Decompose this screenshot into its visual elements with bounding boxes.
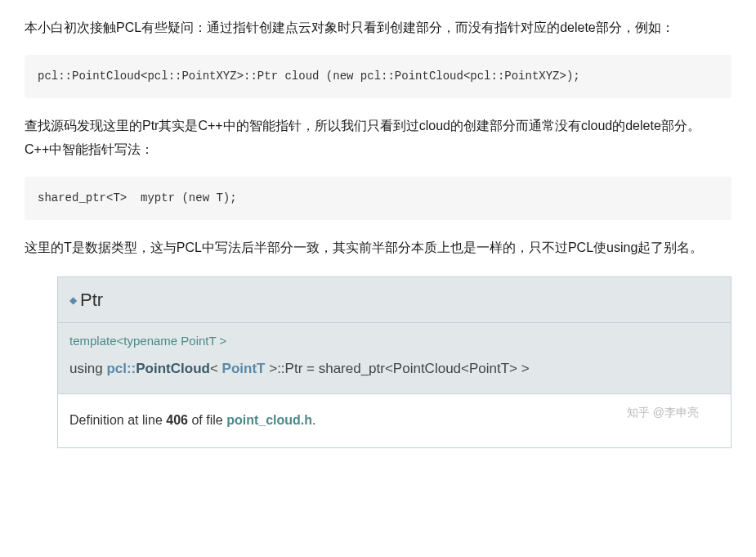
- doc-title: Ptr: [80, 290, 103, 310]
- def-suffix: .: [312, 413, 315, 427]
- ptr-suffix: ::Ptr: [277, 361, 302, 376]
- doc-definition-line: Definition at line 406 of file point_clo…: [58, 394, 731, 447]
- def-line-number[interactable]: 406: [166, 413, 188, 427]
- using-keyword: using: [69, 361, 106, 376]
- def-file-link[interactable]: point_cloud.h: [226, 413, 312, 427]
- angle-close: >: [265, 361, 277, 376]
- doc-using-line: using pcl::PointCloud< PointT >::Ptr = s…: [58, 353, 731, 394]
- doc-template-line: template<typename PointT >: [58, 323, 731, 353]
- class-link[interactable]: PointCloud: [136, 361, 210, 376]
- doc-snippet-box: ◆Ptr template<typename PointT > using pc…: [57, 276, 731, 448]
- bullet-icon: ◆: [69, 294, 77, 306]
- code-block-shared-ptr[interactable]: shared_ptr<T> myptr (new T);: [25, 177, 731, 220]
- angle-open: <: [210, 361, 222, 376]
- paragraph-smartptr: 查找源码发现这里的Ptr其实是C++中的智能指针，所以我们只看到过cloud的创…: [25, 115, 731, 162]
- namespace-link[interactable]: pcl::: [106, 361, 136, 376]
- def-mid: of file: [188, 413, 226, 427]
- template-param: PointT: [222, 361, 266, 376]
- doc-header: ◆Ptr: [58, 277, 731, 324]
- code-block-pcl-ptr[interactable]: pcl::PointCloud<pcl::PointXYZ>::Ptr clou…: [25, 55, 731, 98]
- using-rhs: = shared_ptr<PointCloud<PointT> >: [302, 361, 529, 376]
- paragraph-alias: 这里的T是数据类型，这与PCL中写法后半部分一致，其实前半部分本质上也是一样的，…: [25, 236, 731, 260]
- paragraph-intro: 本小白初次接触PCL有些疑问：通过指针创建点云对象时只看到创建部分，而没有指针对…: [25, 16, 731, 40]
- def-prefix: Definition at line: [69, 413, 166, 427]
